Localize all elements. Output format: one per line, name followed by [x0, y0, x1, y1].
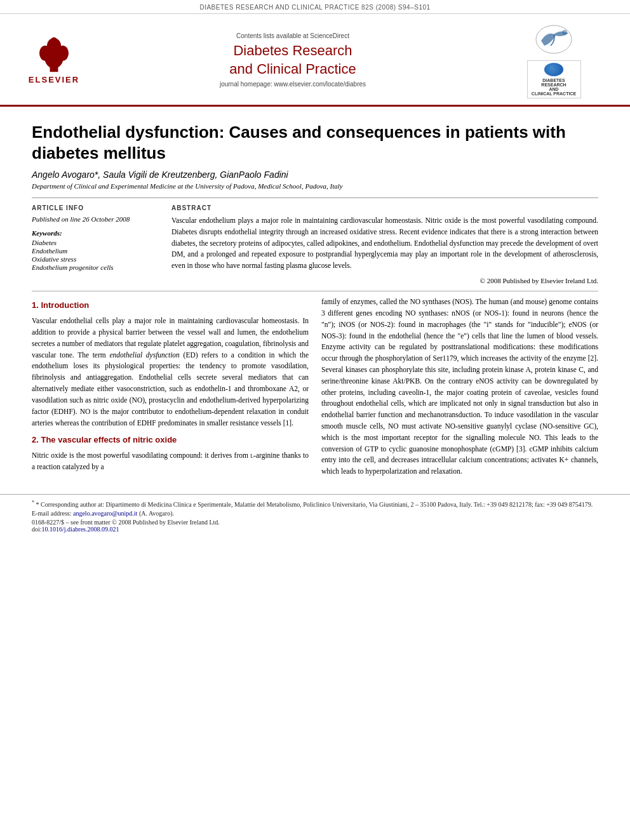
idf-text: DIABETESRESEARCHANDCLINICAL PRACTICE: [532, 78, 576, 96]
abstract-text: Vascular endothelium plays a major role …: [171, 215, 598, 272]
journal-top-bar: DIABETES RESEARCH AND CLINICAL PRACTICE …: [0, 0, 630, 14]
abstract-label: ABSTRACT: [171, 204, 598, 211]
body-left-column: 1. Introduction Vascular endothelial cel…: [32, 297, 309, 483]
email-label: E-mail address:: [32, 510, 73, 517]
section-2-heading: 2. The vascular effects of nitric oxide: [32, 434, 309, 446]
body-columns: 1. Introduction Vascular endothelial cel…: [32, 297, 598, 483]
footer-doi: doi:10.1016/j.diabres.2008.09.021: [32, 526, 598, 533]
published-date: Published on line 26 October 2008: [32, 215, 159, 223]
article-info-column: ARTICLE INFO Published on line 26 Octobe…: [32, 204, 159, 284]
abstract-section: ABSTRACT Vascular endothelium plays a ma…: [171, 204, 598, 284]
body-right-column: family of enzymes, called the NO synthas…: [321, 297, 598, 483]
section-1-title: Introduction: [41, 300, 89, 310]
corresponding-author-note: * * Corresponding author at: Dipartiment…: [32, 500, 598, 508]
section-1-heading: 1. Introduction: [32, 299, 309, 312]
page: DIABETES RESEARCH AND CLINICAL PRACTICE …: [0, 0, 630, 840]
sciencedirect-text: Contents lists available at ScienceDirec…: [89, 32, 497, 39]
journal-citation: DIABETES RESEARCH AND CLINICAL PRACTICE …: [199, 4, 430, 11]
main-content: Endothelial dysfunction: Causes and cons…: [0, 107, 630, 489]
copyright-line: © 2008 Published by Elsevier Ireland Ltd…: [171, 277, 598, 284]
journal-homepage: journal homepage: www.elsevier.com/locat…: [89, 81, 497, 88]
article-title: Endothelial dysfunction: Causes and cons…: [32, 122, 598, 163]
svg-point-5: [51, 37, 57, 43]
issn-text: 0168-8227/$ – see front matter © 2008 Pu…: [32, 519, 220, 526]
keywords-list: Diabetes Endothelium Oxidative stress En…: [32, 239, 159, 271]
bird-logo-icon: [532, 22, 576, 57]
article-info-label: ARTICLE INFO: [32, 204, 159, 211]
footer-issn: 0168-8227/$ – see front matter © 2008 Pu…: [32, 519, 598, 526]
article-info-section: ARTICLE INFO Published on line 26 Octobe…: [32, 197, 598, 284]
idf-circle-icon: [544, 63, 563, 76]
section-1-text: Vascular endothelial cells play a major …: [32, 316, 309, 429]
elsevier-tree-icon: [32, 36, 76, 74]
section-2-number: 2.: [32, 435, 39, 444]
article-authors: Angelo Avogaro*, Saula Vigili de Kreutze…: [32, 170, 598, 180]
corresponding-note-text: * Corresponding author at: Dipartimento …: [36, 501, 593, 508]
footer-email: E-mail address: angelo.avogaro@unipd.it …: [32, 510, 598, 517]
body-divider: [32, 291, 598, 291]
email-person: (A. Avogaro).: [137, 510, 174, 517]
idf-logo: DIABETESRESEARCHANDCLINICAL PRACTICE: [527, 60, 581, 98]
article-affiliation: Department of Clinical and Experimental …: [32, 182, 598, 190]
section-2-text: Nitric oxide is the most powerful vasodi…: [32, 450, 309, 473]
journal-right-logos: DIABETESRESEARCHANDCLINICAL PRACTICE: [503, 22, 605, 98]
keyword-diabetes: Diabetes: [32, 239, 159, 246]
doi-link[interactable]: 10.1016/j.diabres.2008.09.021: [42, 526, 119, 533]
section-2-title: The vascular effects of nitric oxide: [41, 435, 177, 444]
elsevier-wordmark: ELSEVIER: [29, 75, 79, 84]
author-names: Angelo Avogaro*, Saula Vigili de Kreutze…: [32, 170, 288, 180]
keywords-label: Keywords:: [32, 229, 159, 237]
email-address: angelo.avogaro@unipd.it: [73, 510, 137, 517]
journal-header: ELSEVIER Contents lists available at Sci…: [0, 14, 630, 107]
keyword-endothelium: Endothelium: [32, 247, 159, 255]
keyword-epc: Endothelium progenitor cells: [32, 263, 159, 271]
page-footer: * * Corresponding author at: Dipartiment…: [0, 494, 630, 537]
right-column-text: family of enzymes, called the NO synthas…: [321, 297, 598, 477]
journal-title: Diabetes Researchand Clinical Practice: [89, 42, 497, 78]
doi-label: doi:: [32, 526, 42, 533]
elsevier-logo: ELSEVIER: [25, 36, 83, 84]
svg-point-7: [562, 30, 567, 35]
section-1-number: 1.: [32, 300, 39, 310]
keyword-oxidative: Oxidative stress: [32, 255, 159, 263]
journal-center-block: Contents lists available at ScienceDirec…: [89, 32, 497, 88]
